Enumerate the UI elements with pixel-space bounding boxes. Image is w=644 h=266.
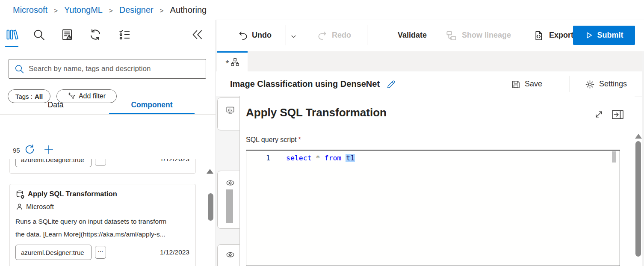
more-tags-label: ... <box>98 246 103 253</box>
panel-title: Apply SQL Transformation <box>246 106 387 119</box>
tab-component[interactable]: Component <box>109 96 195 114</box>
more-tags-button[interactable]: ... <box>95 159 106 166</box>
list-scrollbar-thumb[interactable] <box>208 193 213 221</box>
person-icon <box>15 203 24 211</box>
field-label-text: SQL query script <box>246 136 297 143</box>
show-lineage-button[interactable]: Show lineage <box>462 31 511 40</box>
sync-icon[interactable] <box>89 28 102 41</box>
toolbar-divider <box>367 25 367 45</box>
editor-line-number: 1 <box>246 154 270 162</box>
settings-button[interactable]: Settings <box>599 73 627 95</box>
more-tags-label: ... <box>98 159 103 160</box>
canvas-module-node[interactable] <box>217 171 240 229</box>
checklist-icon[interactable] <box>118 28 131 41</box>
undo-button[interactable]: Undo <box>252 31 272 40</box>
sql-code-editor[interactable]: 1 select * from t1 <box>246 150 620 266</box>
module-divider <box>223 172 223 228</box>
sql-keyword: from <box>325 154 342 162</box>
preview-eye-icon <box>226 251 235 260</box>
refresh-icon[interactable] <box>24 144 35 155</box>
canvas-module-node[interactable] <box>217 98 240 130</box>
edit-title-pencil-icon[interactable] <box>386 80 396 89</box>
page-edge-strip <box>642 51 644 266</box>
collapse-panel-icon[interactable] <box>191 28 204 41</box>
tab-data[interactable]: Data <box>11 96 100 114</box>
editor-scrollbar-thumb[interactable] <box>612 151 616 163</box>
unsaved-changes-marker: * <box>225 58 229 68</box>
show-lineage-icon <box>446 30 457 41</box>
sql-keyword: select <box>286 154 312 162</box>
score-chart-icon <box>226 106 235 115</box>
search-icon <box>14 64 24 74</box>
pipeline-tab[interactable]: * <box>217 51 248 71</box>
search-icon[interactable] <box>32 28 45 41</box>
undo-icon[interactable] <box>238 30 248 41</box>
breadcrumb-separator-icon: > <box>54 7 58 14</box>
module-divider <box>223 245 223 266</box>
save-icon[interactable] <box>511 80 521 89</box>
submit-button[interactable]: Submit <box>573 26 635 45</box>
module-divider <box>223 99 223 129</box>
preview-eye-icon <box>226 179 235 188</box>
breadcrumb-designer[interactable]: Designer <box>119 5 154 15</box>
submit-label: Submit <box>597 31 623 40</box>
panel-scrollbar-thumb[interactable] <box>635 141 641 257</box>
expand-panel-icon[interactable] <box>594 109 604 119</box>
card-description-line2: the data. [Learn More](https://aka.ms/am… <box>15 228 165 241</box>
card-owner: Microsoft <box>26 203 54 211</box>
export-button[interactable]: Export <box>549 31 573 40</box>
breadcrumb-separator-icon: > <box>160 7 164 14</box>
sql-identifier: t1 <box>346 154 355 162</box>
breadcrumb-microsoft[interactable]: Microsoft <box>13 5 47 15</box>
sql-query-field-label: SQL query script* <box>246 136 301 144</box>
required-marker: * <box>298 136 301 143</box>
toolbar-divider <box>286 25 286 45</box>
tab-component-label: Component <box>131 100 172 109</box>
collapse-panel-right-icon[interactable] <box>612 109 624 120</box>
card-description-line1: Runs a SQLite query on input datasets to… <box>15 215 166 228</box>
export-icon[interactable] <box>533 30 544 41</box>
breadcrumb-authoring: Authoring <box>170 5 207 15</box>
tag-pill[interactable]: azureml.Designer:true <box>15 245 92 260</box>
play-icon <box>585 31 593 39</box>
component-list: azureml.Designer:true ... 1/12/2023 Appl… <box>0 159 204 266</box>
module-scroll-block <box>226 189 233 223</box>
sql-operator: * <box>316 154 320 162</box>
component-card-apply-sql[interactable]: Apply SQL Transformation Microsoft Runs … <box>9 184 196 266</box>
card-date: 1/12/2023 <box>160 159 189 166</box>
redo-icon <box>317 30 328 41</box>
pipeline-title: Image Classification using DenseNet <box>230 71 380 96</box>
redo-button[interactable]: Redo <box>332 31 351 40</box>
tab-data-label: Data <box>48 100 64 109</box>
validate-button[interactable]: Validate <box>398 31 427 40</box>
component-count: 95 <box>13 147 20 154</box>
tag-pill-label: azureml.Designer:true <box>21 249 84 256</box>
azure-ml-designer-app: Microsoft > YutongML > Designer > Author… <box>0 0 644 266</box>
pipeline-graph-icon <box>230 58 239 67</box>
tabs-divider <box>0 114 216 115</box>
library-icon[interactable] <box>6 27 18 42</box>
pipeline-tabstrip <box>216 51 644 71</box>
save-button[interactable]: Save <box>525 73 542 95</box>
card-date: 1/12/2023 <box>160 246 189 259</box>
scroll-up-arrow[interactable] <box>635 134 642 139</box>
scroll-up-arrow[interactable] <box>207 169 213 174</box>
more-tags-button[interactable]: ... <box>95 246 106 259</box>
search-input[interactable] <box>29 65 201 73</box>
catalog-icon[interactable] <box>61 28 74 41</box>
database-gear-icon <box>15 190 25 200</box>
titlebar-divider <box>570 76 570 92</box>
tag-pill[interactable]: azureml.Designer:true <box>15 159 92 167</box>
canvas-module-node[interactable] <box>217 244 240 266</box>
gear-icon[interactable] <box>585 80 595 89</box>
breadcrumb-workspace[interactable]: YutongML <box>64 5 103 15</box>
editor-code-line[interactable]: select * from t1 <box>286 154 355 162</box>
undo-menu-chevron-icon[interactable] <box>290 33 297 40</box>
breadcrumb-separator-icon: > <box>109 7 113 14</box>
active-library-underline <box>5 46 18 47</box>
card-title: Apply SQL Transformation <box>28 190 117 198</box>
add-component-icon[interactable] <box>43 144 55 156</box>
component-card-clipped[interactable]: azureml.Designer:true ... 1/12/2023 <box>9 159 196 174</box>
component-search-box <box>9 59 206 79</box>
tag-pill-label: azureml.Designer:true <box>21 159 84 163</box>
